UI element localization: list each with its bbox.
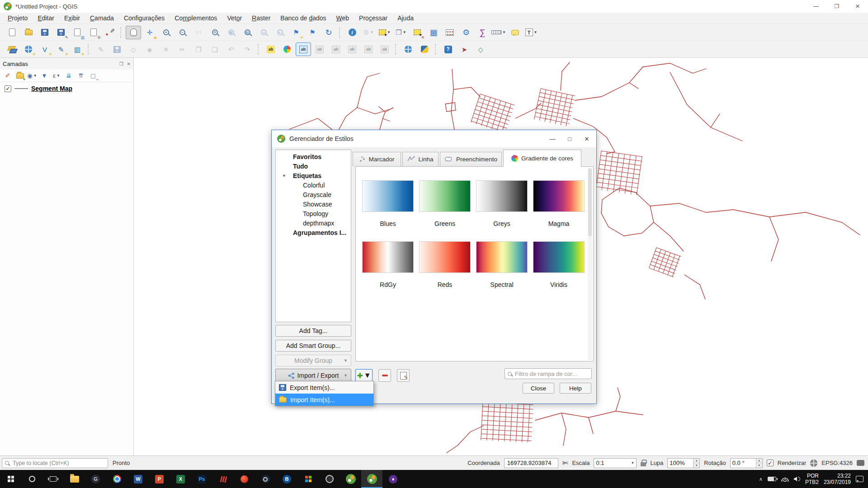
tab-marcador[interactable]: Marcador [353,152,401,166]
cortana-search-button[interactable] [21,470,42,488]
plugin-icon-1-button[interactable]: ➤ [457,42,472,56]
coordinate-input[interactable] [506,459,556,467]
category-tudo[interactable]: Tudo [276,161,351,171]
game-red-orb[interactable] [234,470,255,488]
toggle-editing-button[interactable]: ✎ [93,42,108,56]
volume-icon[interactable] [794,477,800,481]
metasearch-plugin-button[interactable] [401,42,416,56]
select-features-button[interactable]: ▼ [377,26,392,39]
gradient-swatch-blues[interactable] [362,180,414,212]
help-plugin-button[interactable]: ? [440,42,456,56]
help-button[interactable]: Help [560,383,591,394]
action-center-icon[interactable] [856,476,863,482]
menu-complementos[interactable]: Complementos [170,14,222,22]
menu-ajuda[interactable]: Ajuda [392,14,419,22]
processing-toolbox-button[interactable]: ⚙ [458,26,474,39]
menu-bancodedados[interactable]: Banco de dados [275,14,331,22]
window-maximize-button[interactable]: ❐ [826,0,847,13]
file-explorer[interactable] [64,470,85,488]
expand-all-button[interactable]: ⇊ [63,70,75,81]
add-smart-group-button[interactable]: Add Smart Group... [275,340,351,352]
lock-scale-icon[interactable] [641,462,646,466]
layer-visibility-checkbox[interactable] [5,85,11,92]
undo-button[interactable]: ↶ [223,42,239,56]
zoom-out-button[interactable]: − [175,26,190,39]
rotation-spinbox[interactable]: ▲▼ [730,458,763,468]
zoom-next-button[interactable]: ▸ [272,26,288,39]
language-indicator[interactable]: POR PTB2 [805,473,819,485]
menu-camada[interactable]: Camada [85,14,119,22]
qgis-app-1[interactable] [340,470,361,488]
ramp-filter-box[interactable] [505,368,592,379]
open-attribute-table-button[interactable]: ▦ [426,26,441,39]
qgis-app-2[interactable] [361,470,382,488]
menu-web[interactable]: Web [331,14,354,22]
zoom-full-button[interactable]: ✛ [207,26,222,39]
show-hide-labels-button[interactable]: ab [328,42,344,56]
identify-features-button[interactable]: i [344,26,360,39]
gradient-swatch-rdgy[interactable] [362,241,414,273]
run-feature-action-button[interactable]: ⚙▼ [361,26,376,39]
menu-item-exportitems[interactable]: Export Item(s)... [275,381,373,394]
crs-globe-icon[interactable] [810,460,817,467]
mouse-position-icon[interactable]: ✄ [562,459,568,467]
dialog-minimize-button[interactable]: — [544,132,561,145]
new-temporary-scratch-layer-button[interactable]: ▥✳ [70,42,85,56]
zoom-last-button[interactable]: ◂ [256,26,271,39]
clock[interactable]: 23:22 23/07/2019 [824,473,851,485]
gog-galaxy[interactable]: G [85,470,106,488]
wifi-icon[interactable] [781,477,789,482]
tab-linha[interactable]: Linha [402,152,439,166]
show-layout-manager-button[interactable]: ⚙ [86,26,101,39]
rotation-input[interactable] [731,459,756,468]
close-button[interactable]: Close [523,383,554,394]
coordinate-box[interactable] [504,458,558,468]
gradient-swatch-magma[interactable] [533,180,585,212]
manage-map-themes-button[interactable]: ◉▼ [26,70,38,81]
category-agrupamentosi[interactable]: Agrupamentos I... [276,228,351,237]
crs-value[interactable]: EPSG:4326 [821,460,853,466]
menu-exibir[interactable]: Exibir [59,14,85,22]
change-label-properties-button[interactable]: ab [377,42,392,56]
scrollbar[interactable] [588,168,592,360]
category-topology[interactable]: Topology [276,209,351,218]
new-project-button[interactable] [5,26,20,39]
menu-configuraes[interactable]: Configurações [119,14,170,22]
python-console-button[interactable] [417,42,432,56]
zoom-native-button[interactable]: 1:1 [191,26,206,39]
float-panel-icon[interactable]: ❐ [119,61,123,66]
dialog-title-bar[interactable]: Gerenciador de Estilos — □ ✕ [272,130,596,147]
field-calculator-button[interactable] [442,26,458,39]
edit-item-button[interactable] [397,369,410,382]
pan-to-selection-button[interactable]: ✛◆ [142,26,157,39]
task-view-button[interactable] [42,470,64,488]
remove-layer-button[interactable]: ▢− [87,70,99,81]
battery-icon[interactable] [768,477,776,481]
layer-labeling-options-button[interactable]: ab [263,42,278,56]
show-statistics-panel-button[interactable]: ∑ [475,26,490,39]
layer-name[interactable]: Segment Map [31,85,72,92]
zoom-to-layer-button[interactable]: ▤ [240,26,255,39]
render-checkbox[interactable] [767,460,774,466]
ramp-filter-input[interactable] [514,370,589,378]
spin-down-icon[interactable]: ▼ [756,463,762,468]
new-spatialite-layer-button[interactable]: ✎✳ [53,42,69,56]
collapse-all-button[interactable]: ⇈ [75,70,87,81]
filter-legend-button[interactable]: ▼ [38,70,50,81]
delete-selected-button[interactable]: ✕ [158,42,174,56]
cut-features-button[interactable]: ✂ [175,42,190,56]
tab-preenchimento[interactable]: Preenchimento [440,152,502,166]
menu-raster[interactable]: Raster [247,14,275,22]
new-geopackage-layer-button[interactable]: ✳ [21,42,36,56]
add-item-button-button[interactable]: ✚▼ [357,371,371,380]
scale-combo[interactable]: 0:1 ▼ [594,458,637,468]
edit-item-button-button[interactable] [400,372,407,380]
highlight-pinned-labels-button[interactable]: ab [296,42,311,56]
category-colorful[interactable]: Colorful [276,180,351,190]
redo-button[interactable]: ↷ [240,42,255,56]
remove-item-button[interactable] [378,369,391,382]
game-red-claw[interactable] [212,470,234,488]
vertex-tool-button[interactable]: ◈ [142,42,157,56]
modify-group-button[interactable]: Modify Group ▼ [275,355,351,366]
spin-up-icon[interactable]: ▲ [756,459,762,464]
